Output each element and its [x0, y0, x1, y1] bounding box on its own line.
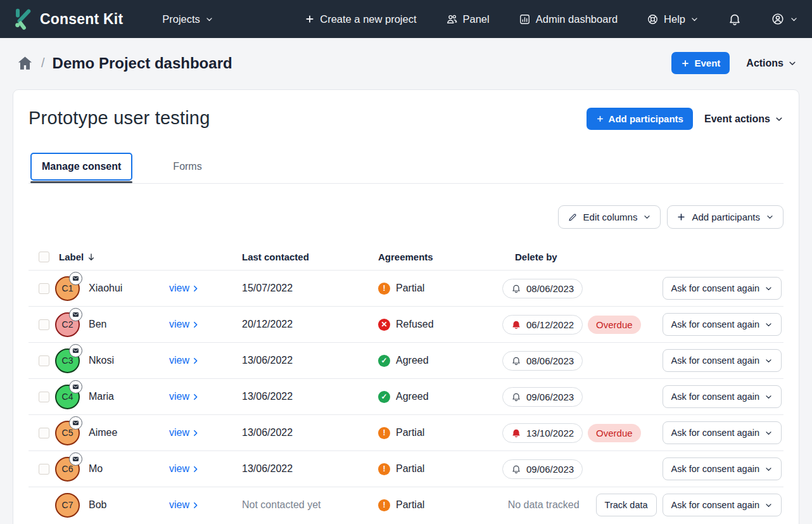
view-link-label: view [169, 391, 189, 402]
agreement-partial-icon: ! [378, 427, 390, 439]
tab-forms[interactable]: Forms [162, 153, 213, 181]
view-link[interactable]: view [169, 283, 200, 294]
column-header-agreements[interactable]: Agreements [378, 252, 502, 262]
participant-name: Bob [89, 499, 169, 511]
view-link-label: view [169, 319, 189, 330]
agreement-status: ! Partial [378, 427, 502, 439]
agreement-status: ✕ Refused [378, 319, 502, 331]
delete-by-date-pill[interactable]: 06/12/2022 [502, 315, 583, 335]
event-actions-menu[interactable]: Event actions [704, 113, 783, 125]
pencil-icon [568, 212, 578, 222]
envelope-badge-icon [69, 452, 82, 466]
chevron-down-icon [764, 465, 773, 473]
last-contacted-value: Not contacted yet [242, 499, 378, 511]
delete-by-date-pill[interactable]: 08/06/2023 [502, 279, 583, 298]
participant-avatar: C2 [55, 312, 80, 337]
view-link-label: view [169, 427, 189, 438]
row-checkbox[interactable] [39, 392, 49, 402]
agreement-partial-icon: ! [378, 283, 390, 295]
edit-columns-button[interactable]: Edit columns [558, 205, 661, 229]
delete-by-date-pill[interactable]: 08/06/2023 [502, 351, 583, 371]
breadcrumb-bar: / Demo Project dashboard Event Actions [0, 38, 812, 89]
participant-name: Ben [89, 319, 169, 330]
delete-by-date-pill[interactable]: 09/06/2023 [502, 459, 583, 479]
ask-consent-again-label: Ask for consent again [671, 428, 759, 438]
column-header-delete-by[interactable]: Delete by [502, 252, 783, 262]
ask-consent-again-button[interactable]: Ask for consent again [663, 313, 782, 336]
actions-menu[interactable]: Actions [746, 58, 797, 69]
table-body: C1 Xiaohui view 15/07/2022 ! Partial 08/… [29, 270, 783, 523]
delete-by-date: 09/06/2023 [526, 392, 574, 402]
participant-avatar: C7 [55, 493, 80, 518]
column-header-last-contacted[interactable]: Last contacted [242, 252, 378, 262]
nav-projects[interactable]: Projects [162, 13, 213, 25]
view-link[interactable]: view [169, 319, 200, 330]
sort-descending-icon [86, 252, 96, 262]
event-card: Prototype user testing Add participants … [13, 89, 799, 524]
add-participants-button-primary[interactable]: Add participants [587, 108, 693, 130]
nav-admin-dashboard[interactable]: Admin dashboard [519, 13, 618, 25]
view-link[interactable]: view [169, 427, 200, 438]
view-link-label: view [169, 355, 189, 366]
add-participants-label: Add participants [609, 113, 683, 124]
view-link[interactable]: view [169, 499, 200, 511]
ask-consent-again-button[interactable]: Ask for consent again [663, 277, 782, 300]
bell-overdue-icon [511, 319, 521, 329]
chevron-down-icon [790, 15, 798, 23]
row-checkbox[interactable] [39, 319, 49, 330]
ask-consent-again-button[interactable]: Ask for consent again [663, 421, 782, 444]
nav-help[interactable]: Help [647, 13, 699, 25]
envelope-badge-icon [69, 344, 82, 357]
participants-table: Label Last contacted Agreements Delete b… [29, 245, 783, 523]
event-button[interactable]: Event [671, 52, 730, 74]
ask-consent-again-button[interactable]: Ask for consent again [663, 385, 782, 408]
event-actions-label: Event actions [704, 113, 770, 125]
ask-consent-again-button[interactable]: Ask for consent again [663, 349, 782, 372]
consent-kit-logo-icon [14, 8, 34, 31]
tab-manage-consent[interactable]: Manage consent [30, 153, 132, 181]
delete-by-date-pill[interactable]: 13/10/2022 [502, 423, 583, 443]
chevron-down-icon [766, 213, 774, 221]
participant-name: Maria [89, 391, 169, 402]
account-menu[interactable] [771, 12, 798, 26]
table-toolbar: Edit columns Add participants [29, 205, 783, 229]
select-all-checkbox[interactable] [39, 252, 49, 262]
add-participants-button-secondary[interactable]: Add participants [667, 205, 783, 229]
view-link-label: view [169, 499, 189, 511]
chevron-right-icon [191, 429, 200, 437]
row-checkbox[interactable] [39, 464, 49, 475]
participant-name: Nkosi [89, 355, 169, 366]
agreement-label: Partial [396, 463, 424, 475]
row-checkbox[interactable] [39, 283, 49, 294]
agreement-label: Partial [396, 283, 424, 294]
envelope-badge-icon [69, 308, 82, 321]
track-data-button[interactable]: Track data [596, 494, 657, 516]
column-header-label[interactable]: Label [55, 252, 169, 262]
last-contacted-value: 13/06/2022 [242, 463, 378, 475]
notifications-bell-icon[interactable] [728, 12, 742, 26]
chevron-down-icon [690, 15, 699, 23]
ask-consent-again-button[interactable]: Ask for consent again [663, 457, 782, 480]
chevron-down-icon [775, 115, 783, 124]
table-row: C4 Maria view 13/06/2022 ✓ Agreed 09/06/… [29, 378, 783, 414]
chevron-right-icon [191, 284, 200, 293]
view-link[interactable]: view [169, 463, 200, 475]
row-checkbox[interactable] [39, 428, 49, 438]
nav-panel[interactable]: Panel [446, 13, 490, 25]
row-checkbox[interactable] [39, 355, 49, 366]
chevron-down-icon [764, 321, 773, 329]
lifebuoy-icon [647, 13, 659, 25]
view-link[interactable]: view [169, 355, 200, 366]
chevron-down-icon [643, 213, 651, 221]
nav-create-project[interactable]: Create a new project [305, 13, 416, 25]
delete-by-date-pill[interactable]: 09/06/2023 [502, 387, 583, 407]
agreement-label: Agreed [396, 355, 429, 366]
agreement-partial-icon: ! [378, 463, 390, 475]
view-link[interactable]: view [169, 391, 200, 402]
actions-menu-label: Actions [746, 58, 783, 69]
agreement-partial-icon: ! [378, 499, 390, 511]
home-icon[interactable] [16, 54, 34, 72]
ask-consent-again-button[interactable]: Ask for consent again [663, 494, 782, 516]
brand[interactable]: Consent Kit [14, 8, 123, 31]
nav-projects-label: Projects [162, 13, 200, 25]
